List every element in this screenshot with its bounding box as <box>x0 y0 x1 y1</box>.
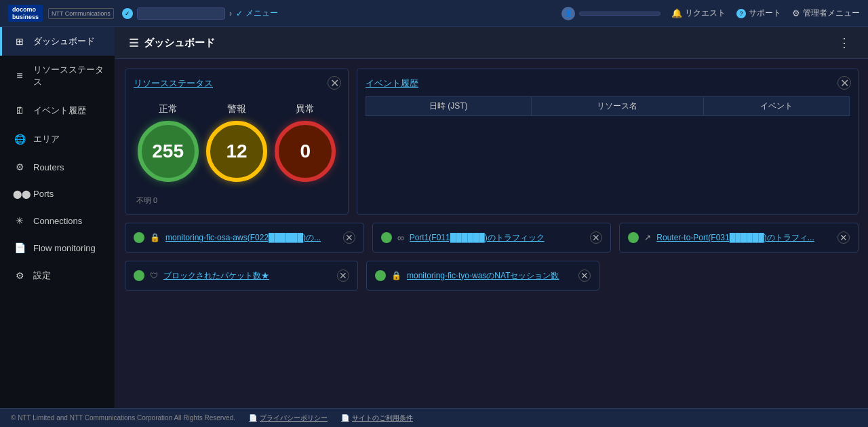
user-area: 👤 <box>561 7 660 20</box>
normal-label: 正常 <box>138 103 199 115</box>
file-icon: 📄 <box>13 242 26 253</box>
sidebar-item-connections[interactable]: ✳ Connections <box>0 207 115 234</box>
widget-1: 🔒 monitoring-fic-osa-aws(F022██████)の...… <box>125 223 364 253</box>
event-history-panel: イベント履歴 ✕ 日時 (JST) リソース名 イベント <box>357 69 859 215</box>
content-title-area: ☰ ダッシュボード <box>129 37 215 50</box>
top-right-nav: 👤 🔔 リクエスト ? サポート ⚙ 管理者メニュー <box>561 7 860 20</box>
sidebar-item-routers[interactable]: ⚙ Routers <box>0 153 115 181</box>
top-header: docomobusiness NTT Communications ✓ › ✓ … <box>0 0 868 27</box>
calendar-icon: 🗓 <box>13 105 26 116</box>
widget-2-text[interactable]: Port1(F011██████)のトラフィック <box>410 232 583 244</box>
ntt-logo: NTT Communications <box>48 8 114 19</box>
breadcrumb-arrow: › <box>229 9 232 18</box>
warning-label: 警報 <box>206 103 267 115</box>
grid-icon: ⊞ <box>13 36 26 47</box>
sidebar-item-ports[interactable]: ⬤⬤ Ports <box>0 181 115 207</box>
widget-3-close[interactable]: ✕ <box>837 231 850 244</box>
list-icon: ≡ <box>13 70 26 82</box>
widget-4-shield-icon: 🛡 <box>150 271 158 280</box>
sidebar-item-area[interactable]: 🌐 エリア <box>0 125 115 153</box>
normal-status-item: 正常 255 <box>138 103 199 182</box>
content-area: ☰ ダッシュボード ⋮ リソースステータス ✕ 正常 <box>115 27 868 427</box>
widget-5-text[interactable]: monitoring-fic-tyo-wasのNATセッション数 <box>407 270 570 282</box>
widget-5-close[interactable]: ✕ <box>578 270 591 282</box>
gear-icon: ⚙ <box>792 8 800 18</box>
resource-status-title[interactable]: リソースステータス <box>134 77 340 90</box>
col-event: イベント <box>704 97 850 116</box>
content-header: ☰ ダッシュボード ⋮ <box>115 27 868 59</box>
event-table: 日時 (JST) リソース名 イベント <box>366 96 850 116</box>
error-status-item: 異常 0 <box>275 103 336 182</box>
widget-1-status-dot <box>134 232 144 243</box>
sidebar-item-flow-monitoring[interactable]: 📄 Flow monitoring <box>0 234 115 261</box>
widget-3-text[interactable]: Router-to-Port(F031██████)のトラフィ... <box>656 232 829 244</box>
widget-5-status-dot <box>375 270 386 281</box>
widget-5: 🔒 monitoring-fic-tyo-wasのNATセッション数 ✕ <box>366 261 599 291</box>
content-actions: ⋮ <box>834 34 854 52</box>
widgets-row-2: 🛡 ブロックされたパケット数★ ✕ 🔒 monitoring-fic-tyo-w… <box>125 261 599 291</box>
breadcrumb-status-icon: ✓ <box>122 8 133 19</box>
main-layout: ⊞ ダッシュボード ≡ リソースステータス 🗓 イベント履歴 🌐 エリア ⚙ R… <box>0 27 868 427</box>
top-panels-row: リソースステータス ✕ 正常 255 警報 12 <box>125 69 859 215</box>
widget-1-text[interactable]: monitoring-fic-osa-aws(F022██████)の... <box>165 232 335 244</box>
bell-icon: 🔔 <box>671 8 682 18</box>
col-datetime: 日時 (JST) <box>366 97 532 116</box>
col-resource: リソース名 <box>531 97 704 116</box>
connections-icon: ✳ <box>13 215 26 226</box>
resource-status-close[interactable]: ✕ <box>328 76 341 90</box>
resource-status-panel: リソースステータス ✕ 正常 255 警報 12 <box>125 69 349 215</box>
settings-icon: ⚙ <box>13 270 26 281</box>
request-button[interactable]: 🔔 リクエスト <box>671 7 726 19</box>
widgets-row-1: 🔒 monitoring-fic-osa-aws(F022██████)の...… <box>125 223 859 253</box>
footer-copyright: © NTT Limited and NTT Communications Cor… <box>11 414 235 422</box>
widget-3-status-dot <box>628 232 639 243</box>
widget-4: 🛡 ブロックされたパケット数★ ✕ <box>125 261 358 291</box>
widget-3: ↗ Router-to-Port(F031██████)のトラフィ... ✕ <box>619 223 859 253</box>
user-avatar-icon: 👤 <box>561 7 575 20</box>
widget-3-router-icon: ↗ <box>644 233 651 242</box>
hamburger-icon: ☰ <box>129 37 138 50</box>
widget-4-status-dot <box>134 270 144 281</box>
breadcrumb-menu[interactable]: ✓ メニュー <box>236 7 278 19</box>
widget-1-lock-icon: 🔒 <box>150 233 160 242</box>
widget-2-status-dot <box>381 232 392 243</box>
ports-icon: ⬤⬤ <box>13 189 26 199</box>
page-title: ダッシュボード <box>144 37 215 50</box>
document2-icon: 📄 <box>341 414 349 422</box>
error-count-circle: 0 <box>275 121 336 182</box>
footer: © NTT Limited and NTT Communications Cor… <box>0 408 868 427</box>
document-icon: 📄 <box>249 414 257 422</box>
router-icon: ⚙ <box>13 162 26 172</box>
breadcrumb-area: ✓ › ✓ メニュー <box>122 7 278 20</box>
error-label: 異常 <box>275 103 336 115</box>
sidebar-item-resource-status[interactable]: ≡ リソースステータス <box>0 56 115 96</box>
widget-4-text[interactable]: ブロックされたパケット数★ <box>163 270 329 282</box>
widget-4-close[interactable]: ✕ <box>337 270 349 282</box>
widget-2: ∞ Port1(F011██████)のトラフィック ✕ <box>372 223 612 253</box>
event-history-close[interactable]: ✕ <box>837 76 851 90</box>
user-name-display <box>579 12 660 16</box>
widget-1-close[interactable]: ✕ <box>343 231 355 244</box>
unknown-text: 不明 0 <box>134 196 340 206</box>
footer-privacy-link[interactable]: 📄 プライバシーポリシー <box>249 413 328 423</box>
footer-terms-link[interactable]: 📄 サイトのご利用条件 <box>341 413 413 423</box>
widget-2-infinity-icon: ∞ <box>397 232 404 243</box>
sidebar-item-settings[interactable]: ⚙ 設定 <box>0 261 115 290</box>
support-button[interactable]: ? サポート <box>736 7 781 19</box>
normal-count-circle: 255 <box>138 121 199 182</box>
sidebar: ⊞ ダッシュボード ≡ リソースステータス 🗓 イベント履歴 🌐 エリア ⚙ R… <box>0 27 115 427</box>
resource-status-content: 正常 255 警報 12 異常 <box>134 96 340 189</box>
event-history-title[interactable]: イベント履歴 <box>366 77 850 90</box>
question-icon: ? <box>736 9 746 18</box>
breadcrumb-input[interactable] <box>137 7 225 20</box>
sidebar-item-dashboard[interactable]: ⊞ ダッシュボード <box>0 27 115 56</box>
content-menu-button[interactable]: ⋮ <box>834 34 854 52</box>
logo-area: docomobusiness NTT Communications <box>8 5 114 22</box>
docomo-logo: docomobusiness <box>8 5 43 22</box>
panels-area: リソースステータス ✕ 正常 255 警報 12 <box>115 59 868 300</box>
admin-menu-button[interactable]: ⚙ 管理者メニュー <box>792 7 860 19</box>
globe-icon: 🌐 <box>13 134 26 145</box>
sidebar-item-event-history[interactable]: 🗓 イベント履歴 <box>0 96 115 125</box>
warning-status-item: 警報 12 <box>206 103 267 182</box>
widget-2-close[interactable]: ✕ <box>590 231 602 244</box>
